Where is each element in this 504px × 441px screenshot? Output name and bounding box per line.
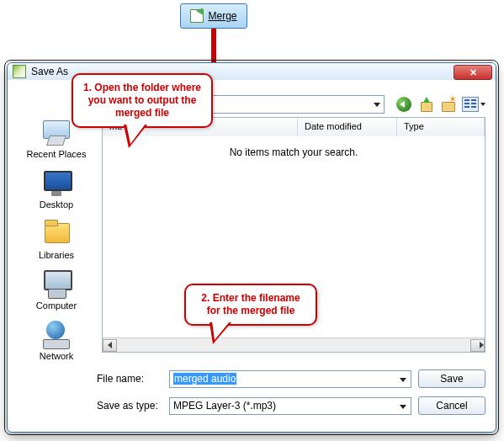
desktop-icon [40,167,73,198]
network-icon [40,319,73,349]
place-desktop[interactable]: Desktop [19,167,93,210]
col-date[interactable]: Date modified [298,118,397,136]
place-computer[interactable]: Computer [19,268,93,311]
chevron-down-icon[interactable] [400,405,406,409]
scroll-track[interactable] [117,339,470,352]
scroll-right-icon[interactable] [470,339,485,352]
place-label: Network [19,351,93,361]
savetype-dropdown[interactable]: MPEG Layer-3 (*.mp3) [169,397,411,415]
chevron-down-icon [480,103,485,106]
save-button-label: Save [440,373,463,385]
app-icon [13,65,26,78]
annotation-text: 1. Open the folder where you want to out… [83,82,201,119]
window-title: Save As [31,66,68,77]
savetype-value: MPEG Layer-3 (*.mp3) [173,400,276,412]
merge-button-label: Merge [208,10,236,22]
place-libraries[interactable]: Libraries [19,218,93,260]
close-button[interactable]: ✕ [454,65,492,80]
empty-message: No items match your search. [230,146,358,158]
cancel-button-label: Cancel [436,400,467,412]
merge-button[interactable]: Merge [180,3,247,29]
place-label: Recent Places [19,149,93,159]
annotation-text: 2. Enter the filename for the merged fil… [201,292,300,316]
libraries-icon [40,218,73,248]
annotation-step2: 2. Enter the filename for the merged fil… [184,284,317,326]
savetype-label: Save as type: [97,400,162,412]
chevron-down-icon[interactable] [400,378,406,382]
col-type[interactable]: Type [397,118,485,136]
view-menu-button[interactable] [462,97,485,112]
place-network[interactable]: Network [19,319,93,361]
save-button[interactable]: Save [418,369,485,388]
scroll-left-icon[interactable] [103,339,117,352]
recent-places-icon [40,117,73,147]
up-one-level-icon[interactable] [418,97,433,112]
place-label: Libraries [19,250,93,260]
merge-icon [190,9,204,23]
new-folder-icon[interactable] [440,97,455,112]
filename-input[interactable]: merged audio [169,370,411,388]
filename-label: File name: [97,373,162,385]
place-label: Computer [19,300,93,311]
view-icon [462,97,479,112]
horizontal-scrollbar[interactable] [103,337,485,352]
places-bar: Recent Places Desktop Libraries Computer… [18,117,95,422]
cancel-button[interactable]: Cancel [418,396,485,415]
annotation-step1: 1. Open the folder where you want to out… [72,73,213,128]
back-icon[interactable] [396,97,411,112]
filename-value: merged audio [173,373,236,385]
computer-icon [40,268,73,299]
place-label: Desktop [19,199,93,210]
save-as-dialog: Save As ✕ S Recent Places Desktop Librar… [7,62,496,433]
